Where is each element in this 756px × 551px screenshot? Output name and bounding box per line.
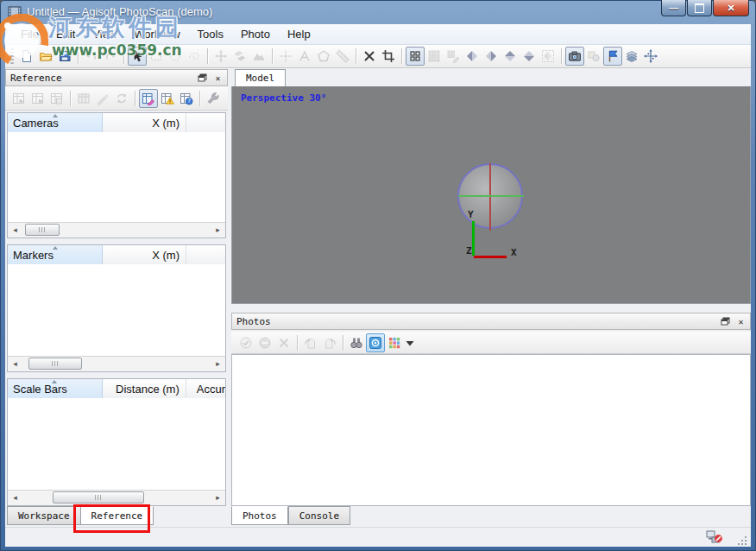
- scroll-right-icon[interactable]: ▸: [211, 491, 225, 504]
- new-document-button[interactable]: [17, 47, 36, 66]
- sort-asc-icon: [53, 114, 58, 117]
- tab-photos[interactable]: Photos: [231, 506, 288, 525]
- settings-wrench-button[interactable]: [204, 89, 223, 108]
- markers-table-body[interactable]: [8, 264, 225, 357]
- cameras-table-body[interactable]: [8, 132, 225, 223]
- find-photos-button[interactable]: [347, 333, 366, 352]
- close-panel-icon[interactable]: ✕: [734, 315, 747, 327]
- save-button[interactable]: [55, 47, 74, 66]
- menu-item-help[interactable]: Help: [279, 25, 319, 43]
- remove-photo-icon: [277, 336, 291, 350]
- minimize-button[interactable]: —: [661, 0, 686, 16]
- menu-item-tools[interactable]: Tools: [189, 25, 232, 43]
- close-panel-icon[interactable]: ✕: [211, 72, 224, 84]
- tetra-down-button[interactable]: [520, 47, 539, 66]
- markers-hscrollbar[interactable]: ◂ ▸: [8, 356, 225, 371]
- optimize-cameras-button: [74, 89, 93, 108]
- delete-item-button[interactable]: [360, 47, 379, 66]
- resize-grip[interactable]: [737, 534, 747, 544]
- tetra-left-button[interactable]: [463, 47, 482, 66]
- move-object-button: [211, 47, 230, 66]
- cameras-hscrollbar[interactable]: ◂ ▸: [8, 222, 225, 238]
- cameras-extra-column-header[interactable]: [186, 113, 225, 132]
- ruler-tool-button: [333, 47, 352, 66]
- adjust-marker-icon: [96, 92, 110, 105]
- crop-region-icon: [381, 49, 395, 63]
- show-layers-button[interactable]: [622, 47, 641, 66]
- markers-x-column-header[interactable]: X (m): [103, 245, 186, 264]
- reference-panel-titlebar[interactable]: Reference ✕: [5, 69, 228, 86]
- restore-button[interactable]: [687, 0, 712, 16]
- model-viewport[interactable]: Perspective 30° Y Z X: [231, 86, 751, 304]
- update-transform-icon: [115, 92, 129, 105]
- view-estimated-button[interactable]: [139, 89, 158, 108]
- menu-item-view[interactable]: View: [84, 25, 125, 43]
- crop-region-button[interactable]: [379, 47, 398, 66]
- scrollbar-thumb[interactable]: [28, 358, 82, 370]
- close-button[interactable]: ✕: [713, 0, 749, 16]
- scrollbar-thumb[interactable]: [53, 491, 144, 504]
- menu-item-workflow[interactable]: Workflow: [125, 25, 188, 43]
- angle-tool-button: [295, 47, 314, 66]
- scalebars-column-header[interactable]: Scale Bars: [8, 379, 103, 398]
- photos-panel: Photos ✕ Photos Console: [231, 313, 751, 525]
- navigation-cross-button[interactable]: [641, 47, 660, 66]
- scalebars-table-body[interactable]: [8, 398, 225, 491]
- show-cameras-button[interactable]: [565, 47, 584, 66]
- tab-model[interactable]: Model: [235, 69, 286, 86]
- toolbar-separator: [561, 48, 562, 64]
- rect-select-button: [147, 47, 166, 66]
- show-flags-button[interactable]: [603, 47, 622, 66]
- model-tab-bar: Model: [231, 69, 751, 87]
- select-arrow-button[interactable]: [128, 47, 147, 66]
- tetra-right-button[interactable]: [482, 47, 501, 66]
- scroll-right-icon[interactable]: ▸: [211, 223, 225, 237]
- scalebars-distance-column-header[interactable]: Distance (m): [103, 379, 186, 398]
- scalebars-accuracy-column-header[interactable]: Accur: [186, 379, 225, 398]
- markers-column-header[interactable]: Markers: [8, 245, 103, 264]
- sphere-axis-vertical: [489, 163, 491, 231]
- menu-item-file[interactable]: File: [12, 25, 47, 43]
- view-variance-button[interactable]: ?: [177, 89, 196, 108]
- scroll-left-icon[interactable]: ◂: [8, 491, 22, 504]
- client-area: FileEditViewWorkflowToolsPhotoHelp Refer…: [5, 24, 751, 546]
- photos-panel-titlebar[interactable]: Photos ✕: [231, 313, 751, 330]
- markers-extra-column-header[interactable]: [186, 245, 225, 264]
- scroll-right-icon[interactable]: ▸: [211, 357, 225, 370]
- cameras-x-column-header[interactable]: X (m): [103, 113, 186, 132]
- tetra-up-button[interactable]: [501, 47, 520, 66]
- photos-tab-bar: Photos Console: [231, 506, 350, 527]
- tab-workspace[interactable]: Workspace: [7, 506, 81, 525]
- title-bar[interactable]: Untitled — Agisoft PhotoScan (demo) — ✕: [0, 0, 756, 24]
- float-panel-icon[interactable]: [719, 315, 732, 327]
- navigation-cross-icon: [644, 49, 658, 63]
- new-document-icon: [20, 49, 34, 63]
- open-folder-button[interactable]: [36, 47, 55, 66]
- app-icon: [8, 5, 22, 19]
- float-panel-icon[interactable]: [196, 72, 209, 84]
- tab-console[interactable]: Console: [288, 506, 350, 525]
- grid-2x2-icon: [408, 49, 422, 63]
- ellipse-select-button: [166, 47, 185, 66]
- preview-mode-button[interactable]: [366, 333, 385, 352]
- menu-item-edit[interactable]: Edit: [47, 25, 84, 43]
- application-window: Untitled — Agisoft PhotoScan (demo) — ✕ …: [0, 0, 756, 551]
- scroll-left-icon[interactable]: ◂: [8, 357, 22, 370]
- preview-mode-icon: [369, 336, 382, 350]
- thumbnail-size-button[interactable]: [385, 333, 404, 352]
- scrollbar-thumb[interactable]: [25, 224, 60, 236]
- view-errors-button[interactable]: [158, 89, 177, 108]
- toolbar-separator: [343, 335, 343, 351]
- scalebars-hscrollbar[interactable]: ◂ ▸: [8, 490, 225, 505]
- disable-photo-icon: [258, 336, 272, 350]
- menu-item-photo[interactable]: Photo: [232, 25, 279, 43]
- grid-2x2-button[interactable]: [406, 47, 425, 66]
- grid-edit-button: [444, 47, 463, 66]
- scroll-left-icon[interactable]: ◂: [8, 223, 22, 237]
- toolbar-grip[interactable]: [10, 48, 14, 64]
- photos-list-area[interactable]: [231, 354, 751, 506]
- gizmo-x-label: X: [511, 247, 517, 258]
- toolbar-separator: [207, 48, 208, 64]
- thumbnail-dropdown-button[interactable]: [404, 333, 415, 352]
- cameras-column-header[interactable]: Cameras: [8, 113, 103, 132]
